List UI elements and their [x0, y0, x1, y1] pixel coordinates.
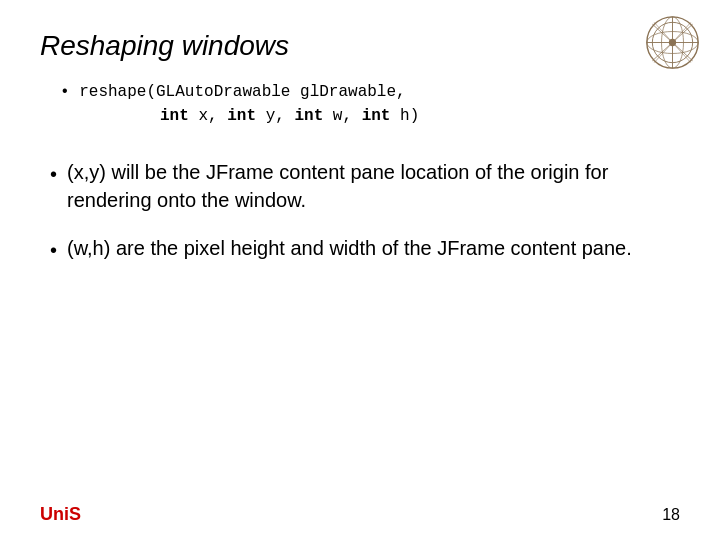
code-text-line1: reshape(GLAutoDrawable glDrawable, — [79, 83, 405, 101]
bullet-symbol-1: • — [50, 160, 57, 188]
bullet-text-1: (x,y) will be the JFrame content pane lo… — [67, 158, 680, 214]
brand-suffix: S — [69, 504, 81, 524]
code-line2: int x, int y, int w, int h) — [160, 104, 680, 128]
footer-page-number: 18 — [662, 506, 680, 524]
bullet-code: • — [60, 83, 79, 101]
code-line1: • reshape(GLAutoDrawable glDrawable, — [60, 80, 680, 104]
bullet-text-2: (w,h) are the pixel height and width of … — [67, 234, 680, 262]
code-block: • reshape(GLAutoDrawable glDrawable, int… — [60, 80, 680, 128]
code-text-line2: int x, int y, int w, int h) — [160, 107, 419, 125]
bullet-item-1: • (x,y) will be the JFrame content pane … — [50, 158, 680, 214]
bullet-item-2: • (w,h) are the pixel height and width o… — [50, 234, 680, 264]
slide-container: Reshaping windows • reshape(GLAutoDrawab… — [0, 0, 720, 540]
footer: UniS 18 — [40, 504, 680, 525]
bullet-symbol-2: • — [50, 236, 57, 264]
brand-prefix: Uni — [40, 504, 69, 524]
footer-brand: UniS — [40, 504, 81, 525]
university-logo — [645, 15, 700, 70]
slide-title: Reshaping windows — [40, 30, 680, 62]
bullet-section: • (x,y) will be the JFrame content pane … — [50, 158, 680, 264]
